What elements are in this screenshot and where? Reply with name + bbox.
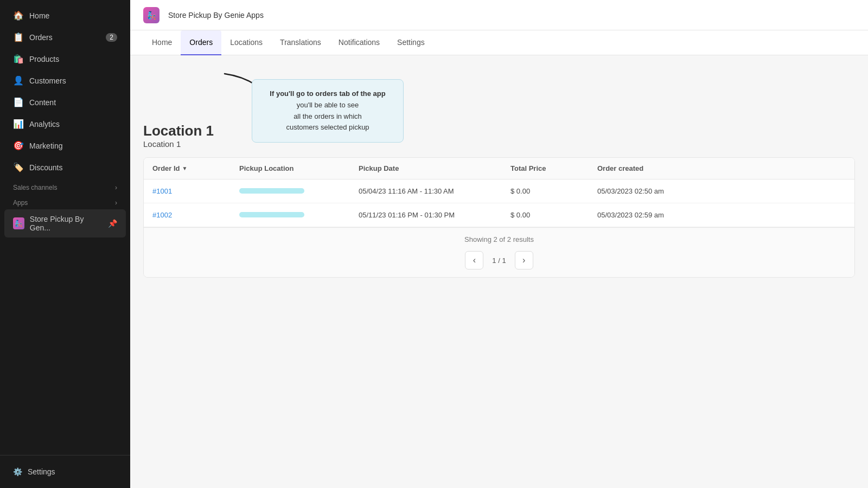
sidebar-bottom: ⚙️ Settings [0,455,130,488]
tab-orders[interactable]: Orders [181,30,221,55]
app-item-label: Store Pickup By Gen... [30,215,103,232]
order-created-cell: 05/03/2023 02:59 am [597,211,846,219]
col-order-created: Order created [597,164,846,172]
tab-home[interactable]: Home [143,30,181,55]
sidebar-item-marketing[interactable]: 🎯 Marketing [4,135,126,156]
col-pickup-location: Pickup Location [239,164,359,172]
total-price-cell: $ 0.00 [510,187,597,195]
col-total-price: Total Price [510,164,597,172]
showing-text: Showing 2 of 2 results [152,235,846,243]
sales-channels-label: Sales channels [13,184,57,191]
orders-badge: 2 [106,33,117,42]
sidebar-item-label: Discounts [29,163,62,172]
sidebar-nav: 🏠 Home 📋 Orders 2 🛍️ Products 👤 Customer… [0,0,130,455]
discounts-icon: 🏷️ [13,162,24,172]
table-row: #1001 05/04/23 11:16 AM - 11:30 AM $ 0.0… [144,179,854,203]
tab-notifications[interactable]: Notifications [330,30,388,55]
pin-icon: 📌 [108,219,117,228]
app-header: 🧞 Store Pickup By Genie Apps [130,0,868,30]
sidebar-item-label: Products [29,55,59,63]
location-subtitle: Location 1 [143,139,855,149]
main-content: 🧞 Store Pickup By Genie Apps Home Orders… [130,0,868,488]
order-id-cell[interactable]: #1002 [152,211,239,219]
table-header-row: Order Id ▼ Pickup Location Pickup Date T… [144,158,854,179]
location-title: Location 1 [143,123,855,139]
sidebar: 🏠 Home 📋 Orders 2 🛍️ Products 👤 Customer… [0,0,130,488]
prev-page-button[interactable]: ‹ [465,251,483,269]
callout-line4: customers selected pickup [263,122,392,133]
tab-settings[interactable]: Settings [388,30,433,55]
sidebar-item-store-pickup[interactable]: 🧞 Store Pickup By Gen... 📌 [4,209,126,237]
sidebar-item-content[interactable]: 📄 Content [4,92,126,113]
pickup-date-cell: 05/11/23 01:16 PM - 01:30 PM [359,211,510,219]
sidebar-item-label: Orders [29,33,53,42]
table-footer: Showing 2 of 2 results ‹ 1 / 1 › [144,227,854,277]
pickup-location-cell [239,187,359,195]
sidebar-item-label: Marketing [29,142,62,150]
app-logo-char: 🧞 [147,11,156,20]
callout-line1: If you'll go to orders tab of the app [263,88,392,100]
sidebar-item-home[interactable]: 🏠 Home [4,5,126,26]
pickup-location-pill [239,212,304,217]
products-icon: 🛍️ [13,54,24,64]
next-page-button[interactable]: › [515,251,533,269]
sidebar-item-settings[interactable]: ⚙️ Settings [4,462,126,481]
tab-locations[interactable]: Locations [221,30,271,55]
customers-icon: 👤 [13,75,24,86]
sidebar-item-orders[interactable]: 📋 Orders 2 [4,27,126,48]
pickup-date-cell: 05/04/23 11:16 AM - 11:30 AM [359,187,510,195]
sidebar-item-label: Analytics [29,120,60,129]
total-price-cell: $ 0.00 [510,211,597,219]
callout-line2: you'll be able to see [263,100,392,111]
marketing-icon: 🎯 [13,140,24,151]
table-row: #1002 05/11/23 01:16 PM - 01:30 PM $ 0.0… [144,203,854,227]
pagination: ‹ 1 / 1 › [152,251,846,269]
sidebar-item-label: Home [29,11,49,20]
col-pickup-date: Pickup Date [359,164,510,172]
orders-table: Order Id ▼ Pickup Location Pickup Date T… [143,157,855,278]
order-id-cell[interactable]: #1001 [152,187,239,195]
app-logo: 🧞 [143,7,159,23]
chevron-right-icon: › [115,199,117,207]
location-header: Location 1 Location 1 [143,123,855,149]
sidebar-item-analytics[interactable]: 📊 Analytics [4,113,126,134]
tab-nav: Home Orders Locations Translations Notif… [130,30,868,55]
annotation-area: If you'll go to orders tab of the app yo… [143,68,855,123]
tab-translations[interactable]: Translations [271,30,330,55]
content-area: If you'll go to orders tab of the app yo… [130,55,868,488]
settings-label: Settings [28,467,55,476]
settings-icon: ⚙️ [13,467,22,476]
order-created-cell: 05/03/2023 02:50 am [597,187,846,195]
callout-line3: all the orders in which [263,111,392,123]
home-icon: 🏠 [13,10,24,21]
analytics-icon: 📊 [13,119,24,129]
orders-icon: 📋 [13,32,24,42]
apps-section[interactable]: Apps › [0,194,130,209]
sales-channels-section[interactable]: Sales channels › [0,178,130,194]
sidebar-item-products[interactable]: 🛍️ Products [4,48,126,69]
apps-label: Apps [13,199,28,207]
pickup-location-pill [239,188,304,194]
app-header-title: Store Pickup By Genie Apps [168,11,264,20]
sidebar-item-label: Content [29,98,56,107]
sort-icon: ▼ [182,165,188,171]
sidebar-item-label: Customers [29,76,66,85]
chevron-right-icon: › [115,184,117,191]
callout-box: If you'll go to orders tab of the app yo… [252,79,404,143]
pickup-location-cell [239,211,359,219]
sidebar-item-customers[interactable]: 👤 Customers [4,70,126,91]
page-info: 1 / 1 [488,256,510,265]
store-pickup-app-icon: 🧞 [13,217,24,229]
content-icon: 📄 [13,97,24,107]
sidebar-item-discounts[interactable]: 🏷️ Discounts [4,157,126,178]
col-order-id[interactable]: Order Id ▼ [152,164,239,172]
